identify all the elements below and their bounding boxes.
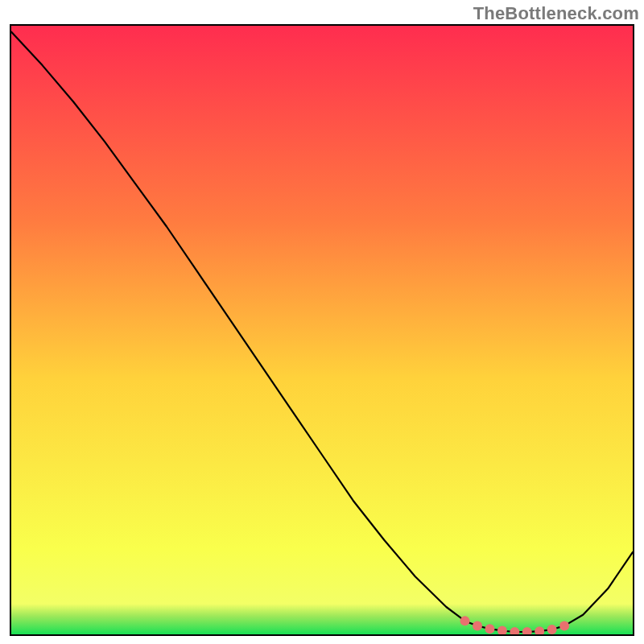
chart-container: TheBottleneck.com xyxy=(0,0,644,644)
optimal-point-dot xyxy=(547,625,557,634)
chart-plot xyxy=(10,24,634,636)
chart-svg xyxy=(10,24,634,636)
optimal-point-dot xyxy=(473,621,482,630)
optimal-point-dot xyxy=(559,621,569,630)
optimal-point-dot xyxy=(485,624,494,634)
watermark: TheBottleneck.com xyxy=(473,3,639,24)
optimal-point-dot xyxy=(497,625,507,635)
optimal-point-dot xyxy=(460,616,470,625)
svg-rect-0 xyxy=(11,26,633,634)
